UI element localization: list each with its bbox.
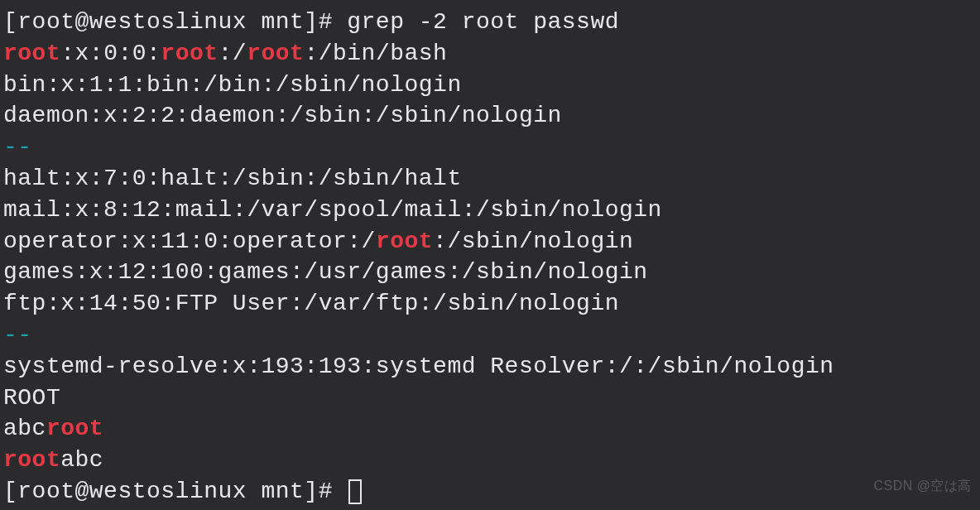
output-text: :x:0:0: bbox=[60, 41, 161, 66]
output-line: halt:x:7:0:halt:/sbin:/sbin/halt bbox=[3, 163, 977, 195]
output-line: mail:x:8:12:mail:/var/spool/mail:/sbin/n… bbox=[3, 195, 977, 226]
match-highlight: root bbox=[247, 41, 304, 66]
command-text: grep -2 root passwd bbox=[347, 9, 619, 35]
match-highlight: root bbox=[376, 229, 433, 254]
match-highlight: root bbox=[3, 41, 60, 66]
group-separator: -- bbox=[3, 320, 977, 351]
output-line: rootabc bbox=[3, 445, 977, 476]
match-highlight: root bbox=[161, 41, 218, 66]
output-line: root:x:0:0:root:/root:/bin/bash bbox=[3, 38, 977, 70]
output-text: abc bbox=[60, 447, 103, 473]
watermark: CSDN @空は高 bbox=[873, 477, 972, 495]
output-line: daemon:x:2:2:daemon:/sbin:/sbin/nologin bbox=[3, 100, 977, 132]
terminal-output[interactable]: [root@westoslinux mnt]# grep -2 root pas… bbox=[3, 7, 977, 508]
cursor-icon bbox=[348, 479, 362, 504]
output-text: abc bbox=[3, 416, 46, 441]
output-line: bin:x:1:1:bin:/bin:/sbin/nologin bbox=[3, 70, 977, 101]
prompt-line[interactable]: [root@westoslinux mnt]# bbox=[3, 476, 977, 508]
shell-prompt: [root@westoslinux mnt]# bbox=[3, 479, 347, 504]
output-line: operator:x:11:0:operator:/root:/sbin/nol… bbox=[3, 226, 977, 257]
prompt-line: [root@westoslinux mnt]# grep -2 root pas… bbox=[3, 7, 977, 38]
output-line: games:x:12:100:games:/usr/games:/sbin/no… bbox=[3, 257, 977, 288]
match-highlight: root bbox=[3, 447, 60, 473]
output-text: :/bin/bash bbox=[304, 41, 447, 66]
output-text: operator:x:11:0:operator:/ bbox=[3, 229, 376, 254]
shell-prompt: [root@westoslinux mnt]# bbox=[3, 9, 347, 35]
output-line: ROOT bbox=[3, 382, 977, 414]
output-text: :/ bbox=[219, 41, 247, 66]
output-line: systemd-resolve:x:193:193:systemd Resolv… bbox=[3, 351, 977, 382]
output-line: ftp:x:14:50:FTP User:/var/ftp:/sbin/nolo… bbox=[3, 288, 977, 320]
output-text: :/sbin/nologin bbox=[433, 229, 633, 254]
output-line: abcroot bbox=[3, 413, 977, 445]
match-highlight: root bbox=[46, 416, 103, 441]
group-separator: -- bbox=[3, 132, 977, 163]
